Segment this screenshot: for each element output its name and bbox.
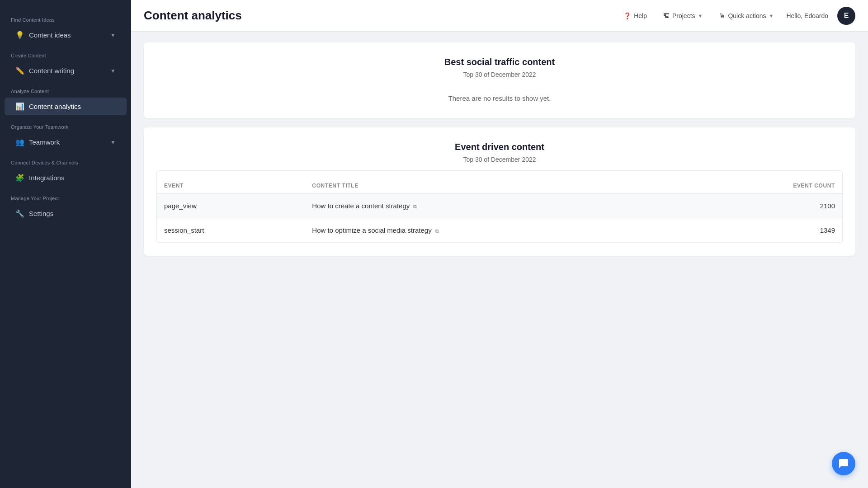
- projects-chevron-icon: ▼: [698, 13, 703, 19]
- external-link-icon: ⧉: [435, 228, 439, 234]
- help-button[interactable]: ❓ Help: [620, 9, 651, 22]
- greeting-text: Hello, Edoardo: [786, 12, 828, 19]
- event-driven-table: EVENT CONTENT TITLE EVENT COUNT page_vie…: [157, 178, 842, 243]
- cell-content-title: How to create a content strategy ⧉: [305, 194, 689, 218]
- sidebar-item-content-analytics[interactable]: 📊Content analytics: [5, 98, 127, 115]
- header-actions: ❓ Help 🏗 Projects ▼ 🖱 Quick actions ▼ He…: [620, 7, 855, 25]
- sidebar: Find Content Ideas💡Content ideas▼Create …: [0, 0, 131, 488]
- cell-event: session_start: [157, 218, 305, 243]
- sidebar-item-integrations[interactable]: 🧩Integrations: [5, 169, 127, 187]
- col-event-count: EVENT COUNT: [689, 178, 842, 194]
- content-ideas-icon: 💡: [15, 31, 24, 39]
- table-body: page_viewHow to create a content strateg…: [157, 194, 842, 243]
- sidebar-item-label: Settings: [29, 210, 53, 217]
- sidebar-item-teamwork[interactable]: 👥Teamwork▼: [5, 133, 127, 151]
- sidebar-section-label: Create Content: [0, 45, 131, 61]
- col-content-title: CONTENT TITLE: [305, 178, 689, 194]
- sidebar-section-label: Find Content Ideas: [0, 9, 131, 25]
- sidebar-section-label: Manage Your Project: [0, 188, 131, 204]
- table-row: page_viewHow to create a content strateg…: [157, 194, 842, 218]
- sidebar-item-label: Content ideas: [29, 31, 71, 39]
- external-link-icon: ⧉: [413, 204, 417, 209]
- sidebar-section-label: Connect Devices & Channels: [0, 152, 131, 168]
- teamwork-chevron-icon: ▼: [110, 139, 116, 145]
- event-driven-title: Event driven content: [156, 142, 843, 152]
- avatar[interactable]: E: [837, 7, 855, 25]
- content-ideas-chevron-icon: ▼: [110, 32, 116, 38]
- projects-label: Projects: [672, 12, 695, 19]
- help-icon: ❓: [623, 12, 631, 19]
- sidebar-item-label: Teamwork: [29, 138, 60, 146]
- integrations-icon: 🧩: [15, 174, 24, 182]
- table-header: EVENT CONTENT TITLE EVENT COUNT: [157, 178, 842, 194]
- social-traffic-subtitle: Top 30 of December 2022: [156, 71, 843, 78]
- cell-event-count: 1349: [689, 218, 842, 243]
- content-analytics-icon: 📊: [15, 102, 24, 111]
- sidebar-section-label: Organize Your Teamwork: [0, 116, 131, 132]
- teamwork-icon: 👥: [15, 138, 24, 146]
- social-traffic-title: Best social traffic content: [156, 57, 843, 67]
- projects-button[interactable]: 🏗 Projects ▼: [660, 9, 706, 22]
- avatar-letter: E: [844, 12, 849, 20]
- sidebar-item-content-ideas[interactable]: 💡Content ideas▼: [5, 26, 127, 44]
- quick-actions-button[interactable]: 🖱 Quick actions ▼: [715, 9, 777, 22]
- sidebar-item-content-writing[interactable]: ✏️Content writing▼: [5, 62, 127, 80]
- quick-actions-label: Quick actions: [728, 12, 766, 19]
- content-area: Best social traffic content Top 30 of De…: [131, 32, 868, 488]
- projects-icon: 🏗: [663, 12, 670, 19]
- content-writing-chevron-icon: ▼: [110, 68, 116, 74]
- sidebar-item-label: Content writing: [29, 67, 74, 75]
- sidebar-item-settings[interactable]: 🔧Settings: [5, 205, 127, 222]
- social-traffic-empty: Therea are no results to show yet.: [156, 85, 843, 106]
- help-label: Help: [634, 12, 647, 19]
- quick-actions-chevron-icon: ▼: [769, 13, 774, 19]
- event-driven-subtitle: Top 30 of December 2022: [156, 156, 843, 163]
- main-area: Content analytics ❓ Help 🏗 Projects ▼ 🖱 …: [131, 0, 868, 488]
- cell-event: page_view: [157, 194, 305, 218]
- event-driven-card: Event driven content Top 30 of December …: [144, 127, 855, 256]
- table-scroll-area[interactable]: EVENT CONTENT TITLE EVENT COUNT page_vie…: [157, 171, 842, 243]
- cell-event-count: 2100: [689, 194, 842, 218]
- cell-content-title: How to optimize a social media strategy …: [305, 218, 689, 243]
- table-row: session_startHow to optimize a social me…: [157, 218, 842, 243]
- sidebar-item-label: Integrations: [29, 174, 64, 182]
- page-title: Content analytics: [144, 9, 613, 23]
- sidebar-section-label: Analyze Content: [0, 80, 131, 97]
- event-driven-table-wrapper: EVENT CONTENT TITLE EVENT COUNT page_vie…: [156, 170, 843, 243]
- col-event: EVENT: [157, 178, 305, 194]
- header: Content analytics ❓ Help 🏗 Projects ▼ 🖱 …: [131, 0, 868, 32]
- chat-button[interactable]: [832, 452, 855, 475]
- cursor-icon: 🖱: [719, 12, 725, 19]
- sidebar-item-label: Content analytics: [29, 103, 81, 110]
- content-writing-icon: ✏️: [15, 66, 24, 75]
- social-traffic-card: Best social traffic content Top 30 of De…: [144, 42, 855, 118]
- settings-icon: 🔧: [15, 209, 24, 218]
